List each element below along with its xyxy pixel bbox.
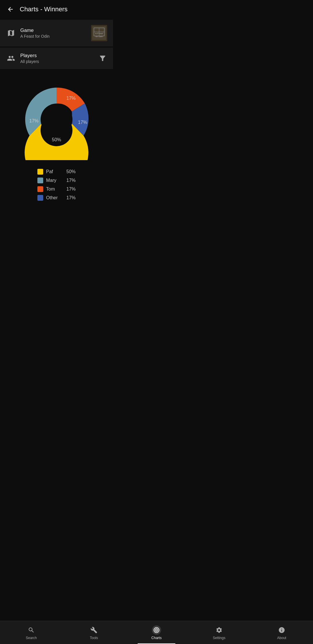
filter-icon[interactable] <box>98 54 107 63</box>
players-card[interactable]: Players All players <box>0 48 113 69</box>
game-card[interactable]: Game A Feast for Odin A Feast for Odin <box>0 20 113 46</box>
legend-player-pct: 17% <box>66 187 76 192</box>
svg-point-7 <box>41 104 72 135</box>
back-button[interactable] <box>5 3 16 15</box>
chart-area: 17% 17% 50% 17% Paf 50% Mary 17% Tom 17%… <box>0 70 113 207</box>
legend-player-pct: 17% <box>66 195 76 200</box>
game-card-text: Game A Feast for Odin <box>20 28 91 39</box>
header: Charts - Winners <box>0 0 113 19</box>
legend-item: Mary 17% <box>37 178 76 183</box>
legend-player-name: Other <box>46 195 63 200</box>
legend-color-swatch <box>37 178 43 183</box>
players-card-title: Players <box>20 53 98 59</box>
players-card-text: Players All players <box>20 53 98 64</box>
page-title: Charts - Winners <box>20 6 68 13</box>
svg-text:17%: 17% <box>78 120 87 125</box>
people-icon <box>6 53 16 64</box>
svg-text:50%: 50% <box>52 137 61 142</box>
legend-item: Other 17% <box>37 195 76 201</box>
legend-player-name: Paf <box>46 169 63 174</box>
legend-player-name: Tom <box>46 187 63 192</box>
svg-text:17%: 17% <box>66 96 76 101</box>
game-thumbnail: A Feast for Odin <box>91 25 107 41</box>
game-card-subtitle: A Feast for Odin <box>20 34 91 39</box>
legend-color-swatch <box>37 186 43 192</box>
players-card-subtitle: All players <box>20 59 98 64</box>
legend-player-name: Mary <box>46 178 63 183</box>
legend-player-pct: 17% <box>66 178 76 183</box>
legend-item: Paf 50% <box>37 169 76 175</box>
legend-player-pct: 50% <box>66 169 76 174</box>
legend-item: Tom 17% <box>37 186 76 192</box>
svg-text:17%: 17% <box>29 118 39 123</box>
legend-color-swatch <box>37 195 43 201</box>
game-card-title: Game <box>20 28 91 33</box>
donut-chart: 17% 17% 50% 17% <box>16 79 97 160</box>
legend-color-swatch <box>37 169 43 175</box>
game-icon <box>6 28 16 38</box>
chart-legend: Paf 50% Mary 17% Tom 17% Other 17% <box>37 169 76 201</box>
